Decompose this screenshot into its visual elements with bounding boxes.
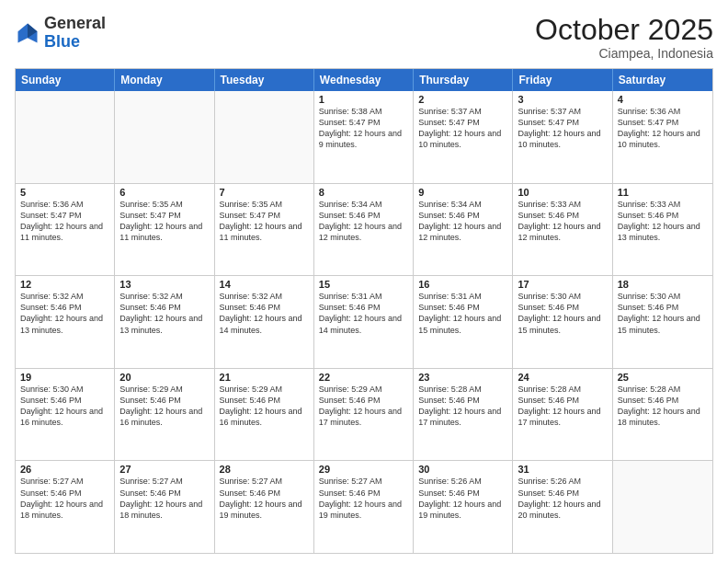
logo: General Blue [15, 15, 106, 52]
calendar-cell: 1Sunrise: 5:38 AM Sunset: 5:47 PM Daylig… [314, 91, 414, 183]
calendar: SundayMondayTuesdayWednesdayThursdayFrid… [15, 68, 713, 554]
calendar-cell: 24Sunrise: 5:28 AM Sunset: 5:46 PM Dayli… [513, 369, 612, 461]
cell-info: Sunrise: 5:37 AM Sunset: 5:47 PM Dayligh… [518, 106, 607, 151]
cell-info: Sunrise: 5:28 AM Sunset: 5:46 PM Dayligh… [518, 384, 607, 429]
cell-info: Sunrise: 5:26 AM Sunset: 5:46 PM Dayligh… [518, 476, 607, 521]
weekday-header: Tuesday [215, 69, 314, 91]
calendar-cell [215, 91, 314, 183]
cell-info: Sunrise: 5:36 AM Sunset: 5:47 PM Dayligh… [20, 199, 109, 244]
calendar-cell: 28Sunrise: 5:27 AM Sunset: 5:46 PM Dayli… [215, 461, 314, 553]
cell-info: Sunrise: 5:31 AM Sunset: 5:46 PM Dayligh… [319, 291, 408, 336]
cell-info: Sunrise: 5:31 AM Sunset: 5:46 PM Dayligh… [418, 291, 507, 336]
day-number: 14 [220, 279, 309, 290]
weekday-header: Sunday [16, 69, 115, 91]
day-number: 3 [518, 94, 607, 105]
day-number: 17 [518, 279, 607, 290]
calendar-row: 12Sunrise: 5:32 AM Sunset: 5:46 PM Dayli… [16, 275, 712, 368]
day-number: 25 [618, 372, 708, 383]
cell-info: Sunrise: 5:29 AM Sunset: 5:46 PM Dayligh… [220, 384, 309, 429]
cell-info: Sunrise: 5:30 AM Sunset: 5:46 PM Dayligh… [20, 384, 109, 429]
day-number: 15 [319, 279, 408, 290]
logo-general: General [44, 14, 106, 32]
calendar-cell: 29Sunrise: 5:27 AM Sunset: 5:46 PM Dayli… [314, 461, 414, 553]
calendar-cell: 5Sunrise: 5:36 AM Sunset: 5:47 PM Daylig… [16, 184, 115, 276]
day-number: 10 [518, 187, 607, 198]
calendar-cell: 4Sunrise: 5:36 AM Sunset: 5:47 PM Daylig… [613, 91, 712, 183]
cell-info: Sunrise: 5:26 AM Sunset: 5:46 PM Dayligh… [418, 476, 507, 521]
cell-info: Sunrise: 5:32 AM Sunset: 5:46 PM Dayligh… [220, 291, 309, 336]
calendar-cell: 14Sunrise: 5:32 AM Sunset: 5:46 PM Dayli… [215, 276, 314, 368]
calendar-cell [115, 91, 214, 183]
calendar-cell: 2Sunrise: 5:37 AM Sunset: 5:47 PM Daylig… [414, 91, 513, 183]
day-number: 6 [119, 187, 209, 198]
cell-info: Sunrise: 5:29 AM Sunset: 5:46 PM Dayligh… [119, 384, 209, 429]
cell-info: Sunrise: 5:34 AM Sunset: 5:46 PM Dayligh… [418, 199, 507, 244]
calendar-cell: 18Sunrise: 5:30 AM Sunset: 5:46 PM Dayli… [613, 276, 712, 368]
day-number: 27 [119, 464, 209, 475]
calendar-body: 1Sunrise: 5:38 AM Sunset: 5:47 PM Daylig… [16, 91, 712, 553]
day-number: 16 [418, 279, 507, 290]
calendar-cell: 23Sunrise: 5:28 AM Sunset: 5:46 PM Dayli… [414, 369, 513, 461]
cell-info: Sunrise: 5:34 AM Sunset: 5:46 PM Dayligh… [319, 199, 408, 244]
title-block: October 2025 Ciampea, Indonesia [535, 15, 713, 61]
calendar-header: SundayMondayTuesdayWednesdayThursdayFrid… [16, 69, 712, 91]
calendar-row: 26Sunrise: 5:27 AM Sunset: 5:46 PM Dayli… [16, 460, 712, 553]
calendar-cell: 15Sunrise: 5:31 AM Sunset: 5:46 PM Dayli… [314, 276, 414, 368]
day-number: 20 [119, 372, 209, 383]
calendar-cell: 20Sunrise: 5:29 AM Sunset: 5:46 PM Dayli… [115, 369, 214, 461]
day-number: 29 [319, 464, 408, 475]
calendar-cell [16, 91, 115, 183]
day-number: 4 [618, 94, 708, 105]
calendar-cell: 25Sunrise: 5:28 AM Sunset: 5:46 PM Dayli… [613, 369, 712, 461]
day-number: 23 [418, 372, 507, 383]
page: General Blue October 2025 Ciampea, Indon… [0, 0, 728, 563]
cell-info: Sunrise: 5:36 AM Sunset: 5:47 PM Dayligh… [618, 106, 708, 151]
day-number: 30 [418, 464, 507, 475]
calendar-cell: 10Sunrise: 5:33 AM Sunset: 5:46 PM Dayli… [513, 184, 612, 276]
day-number: 18 [618, 279, 708, 290]
day-number: 26 [20, 464, 109, 475]
cell-info: Sunrise: 5:30 AM Sunset: 5:46 PM Dayligh… [518, 291, 607, 336]
weekday-header: Wednesday [314, 69, 414, 91]
cell-info: Sunrise: 5:32 AM Sunset: 5:46 PM Dayligh… [20, 291, 109, 336]
cell-info: Sunrise: 5:28 AM Sunset: 5:46 PM Dayligh… [618, 384, 708, 429]
calendar-cell: 8Sunrise: 5:34 AM Sunset: 5:46 PM Daylig… [314, 184, 414, 276]
cell-info: Sunrise: 5:29 AM Sunset: 5:46 PM Dayligh… [319, 384, 408, 429]
calendar-row: 5Sunrise: 5:36 AM Sunset: 5:47 PM Daylig… [16, 183, 712, 276]
day-number: 9 [418, 187, 507, 198]
day-number: 22 [319, 372, 408, 383]
calendar-cell: 7Sunrise: 5:35 AM Sunset: 5:47 PM Daylig… [215, 184, 314, 276]
calendar-row: 19Sunrise: 5:30 AM Sunset: 5:46 PM Dayli… [16, 368, 712, 461]
cell-info: Sunrise: 5:27 AM Sunset: 5:46 PM Dayligh… [119, 476, 209, 521]
location: Ciampea, Indonesia [535, 46, 713, 61]
calendar-cell: 12Sunrise: 5:32 AM Sunset: 5:46 PM Dayli… [16, 276, 115, 368]
day-number: 8 [319, 187, 408, 198]
cell-info: Sunrise: 5:30 AM Sunset: 5:46 PM Dayligh… [618, 291, 708, 336]
cell-info: Sunrise: 5:33 AM Sunset: 5:46 PM Dayligh… [518, 199, 607, 244]
calendar-cell: 6Sunrise: 5:35 AM Sunset: 5:47 PM Daylig… [115, 184, 214, 276]
calendar-cell [613, 461, 712, 553]
cell-info: Sunrise: 5:38 AM Sunset: 5:47 PM Dayligh… [319, 106, 408, 151]
cell-info: Sunrise: 5:32 AM Sunset: 5:46 PM Dayligh… [119, 291, 209, 336]
weekday-header: Saturday [613, 69, 712, 91]
weekday-header: Friday [513, 69, 612, 91]
day-number: 24 [518, 372, 607, 383]
day-number: 1 [319, 94, 408, 105]
weekday-header: Monday [115, 69, 214, 91]
month-title: October 2025 [535, 15, 713, 44]
day-number: 12 [20, 279, 109, 290]
day-number: 13 [119, 279, 209, 290]
calendar-cell: 17Sunrise: 5:30 AM Sunset: 5:46 PM Dayli… [513, 276, 612, 368]
cell-info: Sunrise: 5:27 AM Sunset: 5:46 PM Dayligh… [220, 476, 309, 521]
calendar-cell: 21Sunrise: 5:29 AM Sunset: 5:46 PM Dayli… [215, 369, 314, 461]
day-number: 5 [20, 187, 109, 198]
calendar-cell: 13Sunrise: 5:32 AM Sunset: 5:46 PM Dayli… [115, 276, 214, 368]
cell-info: Sunrise: 5:37 AM Sunset: 5:47 PM Dayligh… [418, 106, 507, 151]
day-number: 11 [618, 187, 708, 198]
day-number: 31 [518, 464, 607, 475]
calendar-cell: 19Sunrise: 5:30 AM Sunset: 5:46 PM Dayli… [16, 369, 115, 461]
calendar-cell: 16Sunrise: 5:31 AM Sunset: 5:46 PM Dayli… [414, 276, 513, 368]
weekday-header: Thursday [414, 69, 513, 91]
cell-info: Sunrise: 5:27 AM Sunset: 5:46 PM Dayligh… [319, 476, 408, 521]
calendar-cell: 11Sunrise: 5:33 AM Sunset: 5:46 PM Dayli… [613, 184, 712, 276]
